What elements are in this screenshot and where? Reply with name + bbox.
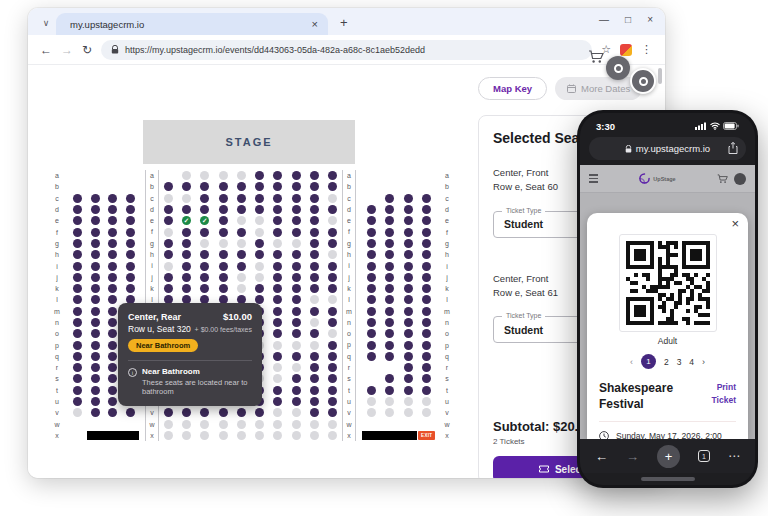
seat[interactable] [422,205,431,214]
phone-url-bar[interactable]: my.upstagecrm.io [589,137,746,160]
seat[interactable] [310,194,319,203]
pagination-next[interactable]: › [702,357,705,367]
seat[interactable] [404,216,413,225]
seat[interactable] [182,284,191,293]
seat[interactable] [91,262,100,271]
seat[interactable] [73,216,82,225]
seat[interactable] [310,262,319,271]
seat[interactable] [292,397,301,406]
seat[interactable] [310,250,319,259]
seat[interactable] [91,284,100,293]
seat[interactable] [367,341,376,350]
seat[interactable] [108,363,117,372]
seat[interactable] [200,284,209,293]
seat[interactable] [404,374,413,383]
seat[interactable] [164,205,173,214]
profile-fab[interactable] [606,56,630,80]
seat[interactable] [385,386,394,395]
browser-menu-icon[interactable]: ⋮ [641,43,653,56]
seat[interactable] [385,250,394,259]
seat[interactable] [367,262,376,271]
seat[interactable] [422,363,431,372]
seat[interactable] [385,329,394,338]
back-button[interactable]: ← [40,43,52,57]
seat[interactable] [404,239,413,248]
seat[interactable] [255,250,264,259]
seat[interactable] [219,228,228,237]
seat[interactable] [367,386,376,395]
seat[interactable] [328,284,337,293]
seat[interactable] [108,386,117,395]
seat[interactable] [273,329,282,338]
seat[interactable] [200,408,209,417]
seat[interactable] [108,397,117,406]
seat[interactable] [219,194,228,203]
scrollbar[interactable] [658,68,662,84]
seat[interactable] [91,341,100,350]
seat[interactable] [108,318,117,327]
seat[interactable] [292,216,301,225]
seat[interactable] [292,295,301,304]
seat[interactable] [73,386,82,395]
seat[interactable] [385,262,394,271]
seat[interactable] [273,250,282,259]
seat[interactable] [73,363,82,372]
seat[interactable] [367,295,376,304]
seat[interactable] [255,408,264,417]
seat[interactable] [91,363,100,372]
seat[interactable] [108,408,117,417]
seat[interactable] [385,228,394,237]
seat[interactable] [126,228,135,237]
seat[interactable] [404,284,413,293]
seat[interactable] [126,250,135,259]
seat[interactable] [422,352,431,361]
seat[interactable] [385,239,394,248]
seat[interactable] [73,295,82,304]
seat[interactable] [108,228,117,237]
seat[interactable] [422,262,431,271]
seat[interactable] [126,194,135,203]
seat[interactable] [404,363,413,372]
seat[interactable] [328,397,337,406]
print-ticket-link[interactable]: Print Ticket [700,381,736,412]
seat[interactable] [73,284,82,293]
seat[interactable] [422,374,431,383]
seat[interactable] [292,205,301,214]
seat[interactable] [292,307,301,316]
seat[interactable] [200,262,209,271]
seat[interactable] [73,318,82,327]
cart-icon[interactable] [588,50,604,64]
seat[interactable] [292,284,301,293]
seat[interactable] [91,194,100,203]
seat[interactable] [182,228,191,237]
avatar[interactable] [734,173,746,185]
seat[interactable] [126,262,135,271]
seat[interactable] [237,228,246,237]
seat[interactable] [328,363,337,372]
seat[interactable] [328,205,337,214]
map-key-button[interactable]: Map Key [478,77,547,100]
seat[interactable] [328,386,337,395]
seat[interactable] [126,205,135,214]
seat[interactable] [310,329,319,338]
seat[interactable] [255,194,264,203]
seat[interactable] [73,341,82,350]
seat[interactable] [404,273,413,282]
seat[interactable] [328,318,337,327]
seat[interactable] [367,239,376,248]
seat[interactable] [182,182,191,191]
tab-close-icon[interactable]: × [310,18,320,30]
seat[interactable] [292,374,301,383]
seat[interactable] [310,273,319,282]
tab-search-chevron-icon[interactable]: ∨ [38,15,54,31]
seat[interactable] [385,318,394,327]
seat[interactable] [310,374,319,383]
new-tab-button[interactable]: + [340,15,348,30]
seat[interactable] [219,262,228,271]
seat[interactable] [237,408,246,417]
seat[interactable] [73,228,82,237]
seat[interactable] [328,408,337,417]
seat[interactable] [328,182,337,191]
seat[interactable] [273,171,282,180]
close-icon[interactable]: × [731,216,739,231]
